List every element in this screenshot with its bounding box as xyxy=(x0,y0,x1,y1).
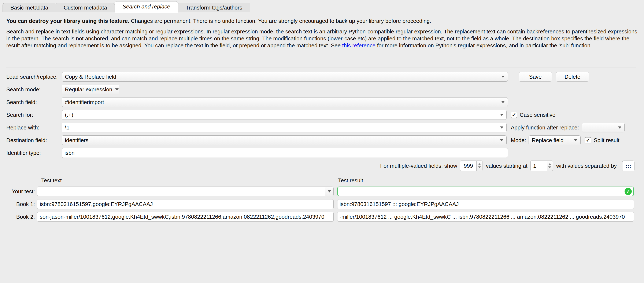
show-count-spinbox[interactable]: 999 xyxy=(460,160,482,171)
description-after-link: for more information on Python's regular… xyxy=(376,42,592,49)
replace-with-label: Replace with: xyxy=(6,124,62,131)
spinner-down-icon[interactable] xyxy=(548,166,551,168)
test-result-header: Test result xyxy=(338,177,363,184)
tab-custom-metadata[interactable]: Custom metadata xyxy=(56,3,115,12)
mode-label: Mode: xyxy=(511,137,526,144)
load-search-replace-combobox[interactable]: Copy & Replace field xyxy=(62,72,508,82)
multi-valued-text-3: with values separated by xyxy=(556,163,617,169)
test-text-header: Test text xyxy=(41,177,62,184)
separator-line xyxy=(6,67,636,68)
your-test-combobox[interactable] xyxy=(37,186,334,196)
show-count-value[interactable]: 999 xyxy=(460,160,476,171)
description-text: Search and replace in text fields using … xyxy=(6,28,638,49)
spinner-up-icon[interactable] xyxy=(548,163,551,165)
multi-valued-text-1: For multiple-valued fields, show xyxy=(380,163,457,169)
book2-label: Book 2: xyxy=(6,214,35,220)
book1-result-field[interactable]: isbn:9780316151597 ::: google:EYRJPgAACA… xyxy=(337,199,634,209)
chevron-down-icon xyxy=(574,139,578,141)
checkmark-icon: ✓ xyxy=(512,112,516,118)
start-at-spinbox[interactable]: 1 xyxy=(530,160,553,171)
identifier-type-input[interactable] xyxy=(62,148,508,158)
search-mode-combobox[interactable]: Regular expression xyxy=(62,84,119,94)
tab-transform-tags-authors[interactable]: Transform tags/authors xyxy=(178,3,250,12)
search-for-input[interactable] xyxy=(65,110,497,120)
book1-result-text: isbn:9780316151597 ::: google:EYRJPgAACA… xyxy=(340,201,459,208)
load-search-replace-label: Load search/replace: xyxy=(6,74,62,80)
warning-bold: You can destroy your library using this … xyxy=(6,18,130,24)
search-field-combobox[interactable]: #identifierimport xyxy=(62,97,508,107)
apply-function-label: Apply function after replace: xyxy=(511,124,579,131)
warning-rest: Changes are permanent. There is no undo … xyxy=(130,18,431,24)
case-sensitive-label: Case sensitive xyxy=(520,112,556,118)
tab-bar: Basic metadata Custom metadata Search an… xyxy=(2,2,250,12)
identifier-type-label: Identifier type: xyxy=(6,150,62,156)
replace-with-combobox[interactable] xyxy=(62,123,506,132)
search-field-value: #identifierimport xyxy=(65,99,104,106)
delete-button[interactable]: Delete xyxy=(556,72,589,82)
chevron-down-icon xyxy=(115,88,118,90)
mode-combobox[interactable]: Replace field xyxy=(528,135,580,145)
search-for-label: Search for: xyxy=(6,112,62,118)
save-button[interactable]: Save xyxy=(519,72,552,82)
search-for-combobox[interactable] xyxy=(62,110,506,120)
search-mode-label: Search mode: xyxy=(6,86,62,93)
spinner-down-icon[interactable] xyxy=(478,166,481,168)
chevron-down-icon xyxy=(328,190,331,192)
chevron-down-icon xyxy=(500,139,504,141)
chevron-down-icon xyxy=(501,76,505,78)
split-result-checkbox[interactable]: ✓ xyxy=(585,137,591,144)
load-search-replace-value: Copy & Replace field xyxy=(65,74,116,80)
values-separator-input[interactable]: ::: xyxy=(622,160,634,171)
chevron-down-icon xyxy=(618,126,622,128)
checkmark-icon: ✓ xyxy=(586,138,590,143)
book1-test-input[interactable] xyxy=(37,199,334,209)
dropdown-arrow-button[interactable] xyxy=(325,187,334,196)
your-test-label: Your test: xyxy=(6,188,35,195)
replace-with-input[interactable] xyxy=(65,123,497,132)
book2-test-input[interactable] xyxy=(37,212,334,222)
tab-basic-metadata[interactable]: Basic metadata xyxy=(2,3,56,12)
book2-result-field[interactable]: -miller/1001837612 ::: google:Kh4Etd_sww… xyxy=(337,212,634,222)
apply-function-combobox[interactable] xyxy=(582,123,624,132)
checkmark-icon: ✓ xyxy=(626,189,630,194)
destination-field-label: Destination field: xyxy=(6,137,62,144)
search-mode-value: Regular expression xyxy=(65,86,112,93)
destination-field-value: identifiers xyxy=(65,137,88,144)
match-success-icon: ✓ xyxy=(624,188,632,195)
show-count-stepper[interactable] xyxy=(476,160,482,171)
your-test-result-field[interactable]: ✓ xyxy=(337,186,634,196)
destination-field-combobox[interactable]: identifiers xyxy=(62,135,506,145)
multi-valued-text-2: values starting at xyxy=(486,163,528,169)
tab-search-and-replace[interactable]: Search and replace xyxy=(114,1,178,12)
book1-label: Book 1: xyxy=(6,201,35,208)
warning-text: You can destroy your library using this … xyxy=(6,18,636,24)
tab-content-panel xyxy=(2,12,642,282)
reference-link[interactable]: this reference xyxy=(342,42,376,49)
start-at-stepper[interactable] xyxy=(547,160,553,171)
start-at-value[interactable]: 1 xyxy=(530,160,547,171)
book2-result-text: -miller/1001837612 ::: google:Kh4Etd_sww… xyxy=(340,214,625,220)
mode-value: Replace field xyxy=(532,137,564,144)
search-field-label: Search field: xyxy=(6,99,62,106)
split-result-label: Split result xyxy=(594,137,619,144)
chevron-down-icon xyxy=(500,114,504,116)
chevron-down-icon xyxy=(501,101,505,103)
chevron-down-icon xyxy=(500,126,504,128)
your-test-input[interactable] xyxy=(40,187,323,196)
case-sensitive-checkbox[interactable]: ✓ xyxy=(511,112,517,118)
spinner-up-icon[interactable] xyxy=(478,163,481,165)
